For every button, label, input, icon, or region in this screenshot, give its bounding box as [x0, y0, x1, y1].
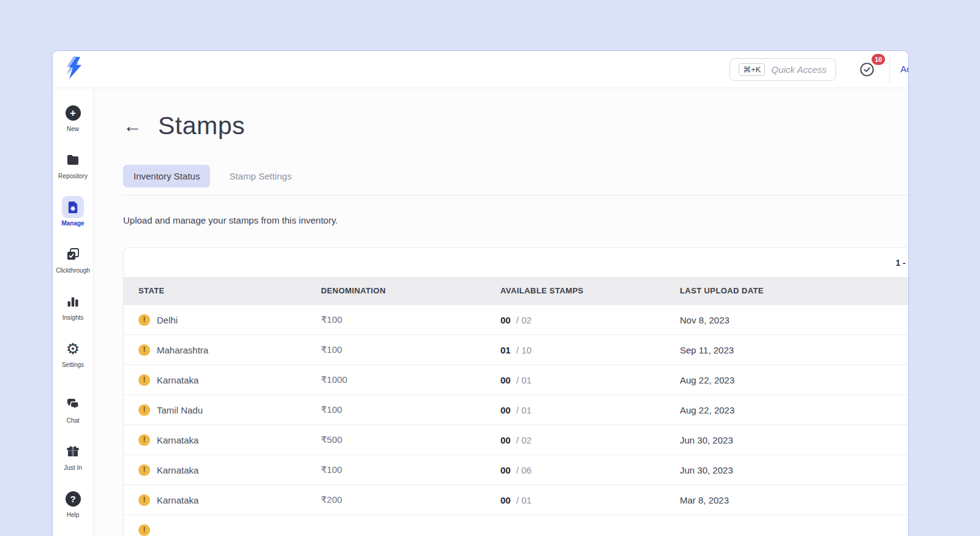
- sidebar-item-label: Clickthrough: [56, 267, 90, 274]
- quick-access-button[interactable]: ⌘+K Quick Access: [729, 58, 836, 81]
- available-total: / 10: [516, 345, 532, 355]
- upload-date: Sep 11, 2023: [680, 345, 908, 355]
- column-header-denomination: DENOMINATION: [321, 286, 500, 295]
- sidebar: + New Repository: [53, 88, 94, 536]
- state-name: Delhi: [157, 315, 178, 325]
- table-body: ! Delhi ₹100 00 / 02 Nov 8, 2023 ! Mahar…: [124, 304, 908, 536]
- plus-circle-icon: +: [62, 102, 84, 124]
- available-count: 00: [500, 315, 511, 325]
- warning-icon: !: [138, 464, 150, 476]
- top-bar: ⌘+K Quick Access 10 Account: [53, 51, 908, 88]
- warning-icon: !: [138, 374, 150, 386]
- state-name: Tamil Nadu: [157, 405, 203, 415]
- shortcut-key-badge: ⌘+K: [739, 63, 765, 76]
- upload-date: Mar 8, 2023: [680, 495, 908, 505]
- table-row[interactable]: ! Karnataka ₹100 00 / 06 Jun 30, 2023: [124, 455, 908, 485]
- state-name: Maharashtra: [157, 345, 208, 355]
- clickthrough-check-icon: [62, 243, 84, 265]
- sidebar-item-label: Insights: [62, 314, 83, 321]
- denomination-value: ₹100: [321, 404, 500, 415]
- warning-icon: !: [138, 344, 150, 356]
- available-total: / 01: [516, 375, 532, 385]
- title-row: ← Stamps: [123, 111, 908, 140]
- sidebar-item-just-in[interactable]: Just In: [53, 440, 92, 471]
- app-logo[interactable]: [53, 51, 94, 88]
- upload-date: Jun 30, 2023: [680, 465, 908, 475]
- sidebar-item-label: Manage: [61, 220, 84, 227]
- tab-inventory-status[interactable]: Inventory Status: [123, 165, 210, 187]
- denomination-value: ₹100: [321, 344, 500, 355]
- upload-date: Aug 22, 2023: [680, 375, 908, 385]
- sidebar-item-repository[interactable]: Repository: [53, 149, 92, 179]
- sidebar-item-manage[interactable]: Manage: [53, 196, 92, 227]
- table-row[interactable]: ! Maharashtra ₹100 01 / 10 Sep 11, 2023: [124, 334, 908, 364]
- tabs: Inventory Status Stamp Settings: [123, 165, 908, 195]
- denomination-value: ₹100: [321, 314, 500, 325]
- state-name: Karnataka: [157, 495, 198, 505]
- pagination-label: 1 - 10: [895, 258, 908, 268]
- upload-date: Nov 8, 2023: [680, 315, 908, 325]
- available-total: / 02: [516, 315, 532, 325]
- account-link[interactable]: Account: [900, 64, 909, 74]
- lightning-bolt-icon: [64, 56, 83, 83]
- stamps-table: 1 - 10 STATE DENOMINATION AVAILABLE STAM…: [123, 247, 908, 536]
- sidebar-item-new[interactable]: + New: [53, 102, 92, 132]
- gear-icon: ⚙: [62, 338, 84, 360]
- table-header: STATE DENOMINATION AVAILABLE STAMPS LAST…: [124, 277, 908, 304]
- sidebar-item-insights[interactable]: Insights: [53, 290, 92, 321]
- gift-icon: [62, 440, 84, 462]
- tab-stamp-settings[interactable]: Stamp Settings: [219, 165, 302, 187]
- denomination-value: ₹1000: [321, 374, 500, 385]
- sidebar-item-clickthrough[interactable]: Clickthrough: [53, 243, 92, 274]
- page-title: Stamps: [158, 111, 245, 140]
- available-total: / 06: [516, 465, 532, 475]
- sidebar-item-chat[interactable]: Chat: [53, 393, 92, 424]
- chat-bubbles-icon: [62, 393, 84, 415]
- warning-icon: !: [138, 314, 150, 326]
- upload-date: Aug 22, 2023: [680, 405, 908, 415]
- sidebar-item-label: Help: [67, 511, 80, 518]
- column-header-available-stamps: AVAILABLE STAMPS: [500, 286, 680, 295]
- denomination-value: ₹500: [321, 434, 500, 445]
- sidebar-item-label: New: [67, 126, 79, 132]
- warning-icon: !: [138, 434, 150, 446]
- denomination-value: ₹200: [321, 494, 500, 505]
- table-row[interactable]: ! Delhi ₹100 00 / 02 Nov 8, 2023: [124, 304, 908, 334]
- bar-chart-icon: [62, 290, 84, 312]
- available-count: 00: [500, 435, 511, 445]
- table-row[interactable]: !: [124, 515, 908, 536]
- folder-icon: [62, 149, 84, 171]
- available-total: / 01: [516, 495, 532, 505]
- available-count: 00: [500, 405, 511, 415]
- warning-icon: !: [138, 494, 150, 506]
- available-total: / 02: [516, 435, 532, 445]
- header-divider: [889, 56, 890, 83]
- table-row[interactable]: ! Tamil Nadu ₹100 00 / 01 Aug 22, 2023: [124, 394, 908, 425]
- state-name: Karnataka: [157, 435, 198, 445]
- available-total: / 01: [516, 405, 532, 415]
- app-window: ⌘+K Quick Access 10 Account + New: [52, 50, 909, 536]
- sidebar-item-settings[interactable]: ⚙ Settings: [53, 338, 92, 368]
- column-header-last-upload-date: LAST UPLOAD DATE: [680, 286, 908, 295]
- denomination-value: ₹100: [321, 464, 500, 475]
- sidebar-item-label: Repository: [58, 173, 88, 179]
- state-name: Karnataka: [157, 465, 198, 475]
- page-description: Upload and manage your stamps from this …: [123, 215, 908, 225]
- table-row[interactable]: ! Karnataka ₹1000 00 / 01 Aug 22, 2023: [124, 364, 908, 394]
- warning-icon: !: [138, 404, 150, 416]
- available-count: 00: [500, 465, 511, 475]
- main-content: ← Stamps Inventory Status Stamp Settings…: [94, 88, 908, 536]
- warning-icon: !: [138, 524, 150, 536]
- upload-date: Jun 30, 2023: [680, 435, 908, 445]
- notification-badge: 10: [870, 52, 887, 67]
- table-row[interactable]: ! Karnataka ₹500 00 / 02 Jun 30, 2023: [124, 425, 908, 455]
- sidebar-item-label: Just In: [64, 464, 81, 471]
- sidebar-item-help[interactable]: ? Help: [53, 488, 92, 518]
- question-circle-icon: ?: [62, 488, 84, 510]
- table-row[interactable]: ! Karnataka ₹200 00 / 01 Mar 8, 2023: [124, 485, 908, 515]
- quick-access-label: Quick Access: [771, 64, 826, 75]
- back-arrow-icon[interactable]: ←: [123, 116, 142, 135]
- pagination-row: 1 - 10: [124, 248, 908, 277]
- available-count: 01: [500, 345, 511, 355]
- sidebar-item-label: Settings: [62, 361, 84, 368]
